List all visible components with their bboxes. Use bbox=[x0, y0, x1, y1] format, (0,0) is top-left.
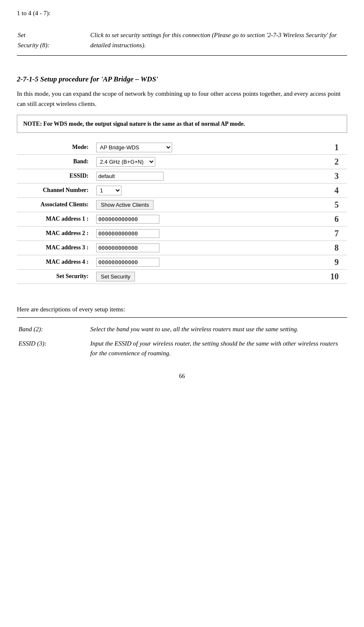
settings-control-4[interactable]: 1234567891011 bbox=[93, 183, 202, 197]
settings-number-8: 8 bbox=[202, 241, 347, 255]
settings-row-4: Channel Number:12345678910114 bbox=[17, 183, 347, 197]
settings-number-5: 5 bbox=[202, 197, 347, 212]
body-text: In this mode, you can expand the scope o… bbox=[17, 89, 347, 109]
settings-number-9: 9 bbox=[202, 255, 347, 269]
top-security-entry: SetSecurity (8): Click to set security s… bbox=[17, 29, 347, 51]
descriptions-table: Band (2):Select the band you want to use… bbox=[17, 322, 347, 361]
settings-row-10: Set Security:Set Security10 bbox=[17, 269, 347, 284]
settings-control-3[interactable] bbox=[93, 169, 202, 183]
settings-label-2: Band: bbox=[17, 154, 93, 169]
settings-select-2[interactable]: 2.4 GHz (B+G+N) bbox=[96, 157, 155, 167]
settings-select-4[interactable]: 1234567891011 bbox=[96, 186, 121, 195]
settings-control-6[interactable] bbox=[93, 212, 202, 226]
settings-input-7[interactable] bbox=[96, 229, 159, 238]
desc-label-1: Band (2): bbox=[17, 322, 89, 337]
settings-row-5: Associated Clients:Show Active Clients5 bbox=[17, 197, 347, 212]
settings-label-5: Associated Clients: bbox=[17, 197, 93, 212]
settings-input-9[interactable] bbox=[96, 258, 159, 267]
settings-row-9: MAC address 4 :9 bbox=[17, 255, 347, 269]
settings-number-6: 6 bbox=[202, 212, 347, 226]
settings-table: Mode:AP Bridge-WDS1Band:2.4 GHz (B+G+N)2… bbox=[17, 141, 347, 284]
settings-label-9: MAC address 4 : bbox=[17, 255, 93, 269]
settings-input-6[interactable] bbox=[96, 215, 159, 224]
settings-control-9[interactable] bbox=[93, 255, 202, 269]
settings-row-1: Mode:AP Bridge-WDS1 bbox=[17, 141, 347, 155]
descriptions-intro: Here are descriptions of every setup ite… bbox=[17, 306, 347, 313]
desc-text-2: Input the ESSID of your wireless router,… bbox=[89, 336, 347, 360]
settings-number-1: 1 bbox=[202, 141, 347, 155]
settings-number-2: 2 bbox=[202, 154, 347, 169]
set-security-desc: Click to set security settings for this … bbox=[90, 30, 346, 50]
settings-label-10: Set Security: bbox=[17, 269, 93, 284]
settings-row-6: MAC address 1 :6 bbox=[17, 212, 347, 226]
settings-control-1[interactable]: AP Bridge-WDS bbox=[93, 141, 202, 155]
settings-control-7[interactable] bbox=[93, 226, 202, 241]
set-security-button[interactable]: Set Security bbox=[96, 272, 135, 281]
settings-label-7: MAC address 2 : bbox=[17, 226, 93, 241]
settings-label-3: ESSID: bbox=[17, 169, 93, 183]
settings-number-10: 10 bbox=[202, 269, 347, 284]
section-header: 2-7-1-5 Setup procedure for 'AP Bridge –… bbox=[17, 75, 347, 84]
settings-number-4: 4 bbox=[202, 183, 347, 197]
desc-row-1: Band (2):Select the band you want to use… bbox=[17, 322, 347, 337]
settings-row-3: ESSID:3 bbox=[17, 169, 347, 183]
desc-text-1: Select the band you want to use, all the… bbox=[89, 322, 347, 337]
set-security-label: SetSecurity (8): bbox=[18, 30, 89, 50]
settings-label-1: Mode: bbox=[17, 141, 93, 155]
desc-label-2: ESSID (3): bbox=[17, 336, 89, 360]
settings-row-7: MAC address 2 :7 bbox=[17, 226, 347, 241]
settings-input-8[interactable] bbox=[96, 243, 159, 252]
top-divider bbox=[17, 55, 347, 56]
settings-control-10[interactable]: Set Security bbox=[93, 269, 202, 284]
intro-text: 1 to 4 (4 - 7): bbox=[17, 8, 347, 18]
settings-control-8[interactable] bbox=[93, 241, 202, 255]
page-number: 66 bbox=[17, 373, 347, 380]
settings-label-6: MAC address 1 : bbox=[17, 212, 93, 226]
settings-row-8: MAC address 3 :8 bbox=[17, 241, 347, 255]
settings-input-3[interactable] bbox=[96, 172, 164, 181]
note-text: NOTE: For WDS mode, the output signal na… bbox=[23, 121, 245, 127]
settings-control-2[interactable]: 2.4 GHz (B+G+N) bbox=[93, 154, 202, 169]
settings-control-5[interactable]: Show Active Clients bbox=[93, 197, 202, 212]
settings-row-2: Band:2.4 GHz (B+G+N)2 bbox=[17, 154, 347, 169]
desc-divider bbox=[17, 317, 347, 318]
settings-number-7: 7 bbox=[202, 226, 347, 241]
note-box: NOTE: For WDS mode, the output signal na… bbox=[17, 115, 347, 133]
associated-clients-button[interactable]: Show Active Clients bbox=[96, 200, 154, 210]
desc-row-2: ESSID (3):Input the ESSID of your wirele… bbox=[17, 336, 347, 360]
settings-select-1[interactable]: AP Bridge-WDS bbox=[96, 143, 172, 152]
settings-label-4: Channel Number: bbox=[17, 183, 93, 197]
settings-number-3: 3 bbox=[202, 169, 347, 183]
settings-label-8: MAC address 3 : bbox=[17, 241, 93, 255]
